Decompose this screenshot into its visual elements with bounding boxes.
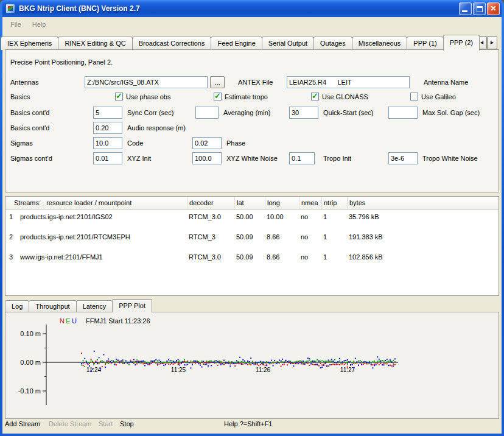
col-long: long [265,197,299,209]
quick-start-label: Quick-Start (sec) [323,109,374,116]
averaging-label: Averaging (min) [223,109,270,116]
close-button[interactable]: ✕ [487,2,500,15]
tab-main-outages[interactable]: Outages [313,37,352,50]
max-sol-gap-input[interactable] [388,107,418,119]
use-glonass-checkbox[interactable]: ✓ [311,93,319,100]
app-window: BKG Ntrip Client (BNC) Version 2.7 ✕ Fil… [0,0,504,436]
tab-main-rinex-ephemeris[interactable]: IEX Ephemeris [1,37,58,50]
cell-ntrip: 1 [321,210,347,230]
tab-main-rinex-editing-qc[interactable]: RINEX Editing & QC [58,37,132,50]
estimate-tropo-checkbox[interactable]: ✓ [214,93,222,100]
sigmas-contd-label: Sigmas cont'd [10,155,52,162]
antex-file-input[interactable] [287,76,410,88]
cell-decoder: RTCM_3.0 [187,210,234,230]
minimize-button[interactable] [459,2,472,15]
table-row[interactable]: 2 products.igs-ip.net:2101/RTCM3EPH RTCM… [5,230,499,250]
antex-file-label: ANTEX File [238,79,273,86]
cell-lat: 50.09 [234,230,265,250]
cell-lat: 50.09 [234,250,265,270]
col-bytes: bytes [347,197,499,209]
titlebar: BKG Ntrip Client (BNC) Version 2.7 ✕ [2,0,502,17]
window-controls: ✕ [459,2,500,15]
tab-main-ppp-2[interactable]: PPP (2) [443,35,480,51]
tab-scroll-buttons: ◀ ▶ [477,36,497,49]
cell-lat: 50.00 [234,210,265,230]
minimize-icon [462,10,467,12]
cell-ntrip: 1 [321,250,347,270]
quick-start-input[interactable] [289,107,318,119]
tab-bottom-ppp-plot[interactable]: PPP Plot [112,299,152,312]
max-sol-gap-label: Max Sol. Gap (sec) [422,109,480,116]
bottom-tabbar: Log Throughput Latency PPP Plot [5,299,152,312]
sigma-phase-input[interactable] [192,137,222,149]
table-row[interactable]: 1 products.igs-ip.net:2101/IGS02 RTCM_3.… [5,210,499,230]
x-tick-label: 11:26 [256,367,271,373]
streams-table: Streams: resource loader / mountpoint de… [5,196,499,296]
xyz-init-label: XYZ Init [127,155,151,162]
plot-legend-N: N [60,317,65,325]
menubar: File Help [2,17,502,32]
ppp-panel-2: Precise Point Positioning, Panel 2. Ante… [5,49,499,192]
tab-bottom-throughput[interactable]: Throughput [29,300,76,312]
antennas-input[interactable] [85,76,208,88]
sync-corr-input[interactable] [93,107,122,119]
use-phase-obs-checkbox[interactable]: ✓ [115,93,123,100]
use-galileo-label: Use Galileo [421,93,456,100]
stop-button[interactable]: Stop [120,420,134,427]
check-icon: ✓ [116,91,122,100]
estimate-tropo-label: Estimate tropo [225,93,268,100]
tropo-init-input[interactable] [289,152,315,164]
x-tick-label: 11:25 [171,367,186,373]
averaging-input[interactable] [195,107,219,119]
col-ntrip: ntrip [321,197,347,209]
tab-main-ppp-1[interactable]: PPP (1) [407,37,443,50]
xyz-white-noise-input[interactable] [192,152,222,164]
col-decoder: decoder [187,197,234,209]
tab-main-miscellaneous[interactable]: Miscellaneous [352,37,408,50]
use-phase-obs-label: Use phase obs [126,93,170,100]
table-row[interactable]: 3 www.igs-ip.net:2101/FFMJ1 RTCM_3.0 50.… [5,250,499,270]
ppp-plot: NEUFFMJ1 Start 11:23:260.10 m0.00 m-0.10… [5,312,499,418]
cell-bytes: 191.383 kB [347,230,499,250]
audio-response-input[interactable] [93,122,122,134]
x-tick-label: 11:24 [86,367,102,373]
col-nmea: nmea [299,197,321,209]
basics-label: Basics [10,93,30,100]
antex-browse-label: ... [214,79,220,86]
main-tabbar: IEX Ephemeris RINEX Editing & QC Broadca… [2,34,479,50]
tab-bottom-latency[interactable]: Latency [76,300,113,312]
tab-bottom-log[interactable]: Log [5,300,29,312]
col-lat: lat [234,197,265,209]
row-number: 1 [5,210,16,230]
tab-main-broadcast-corrections[interactable]: Broadcast Corrections [132,37,212,50]
cell-bytes: 102.856 kB [347,250,499,270]
cell-ntrip: 1 [321,230,347,250]
cell-mountpoint: products.igs-ip.net:2101/RTCM3EPH [16,230,187,250]
sigma-code-input[interactable] [93,137,122,149]
cell-long: 8.66 [265,230,299,250]
cell-nmea: no [299,210,321,230]
col-mountpoint: Streams: resource loader / mountpoint [5,197,187,209]
maximize-button[interactable] [473,2,486,15]
y-tick-label: 0.00 m [20,359,41,366]
menu-file[interactable]: File [5,19,27,30]
basics-contd-label: Basics cont'd [10,109,49,116]
menu-help[interactable]: Help [27,19,52,30]
tropo-white-noise-input[interactable] [388,152,418,164]
close-icon: ✕ [488,3,499,15]
window-client-area: File Help IEX Ephemeris RINEX Editing & … [2,17,502,434]
app-icon [5,4,15,13]
plot-legend-U: U [72,317,77,325]
plot-title: FFMJ1 Start 11:23:26 [86,317,150,325]
tab-scroll-right-button[interactable]: ▶ [487,36,497,49]
cell-nmea: no [299,250,321,270]
antex-browse-button[interactable]: ... [210,76,225,88]
xyz-init-input[interactable] [93,152,122,164]
tab-main-feed-engine[interactable]: Feed Engine [211,37,262,50]
add-stream-button[interactable]: Add Stream [5,420,40,427]
use-galileo-checkbox[interactable]: ✓ [410,93,418,100]
tab-main-serial-output[interactable]: Serial Output [262,37,314,50]
cell-nmea: no [299,230,321,250]
sync-corr-label: Sync Corr (sec) [127,109,173,116]
cell-bytes: 35.796 kB [347,210,499,230]
